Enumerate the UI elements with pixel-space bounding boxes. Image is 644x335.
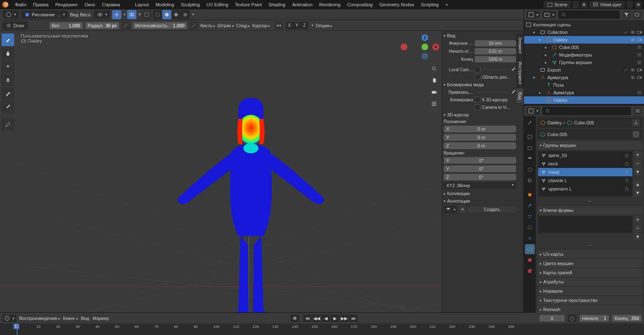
vertex-group-item[interactable]: Head [538, 168, 632, 176]
outliner-tree[interactable]: Коллекция сцены ▾Collection▾Oakley▸Cube.… [524, 20, 644, 105]
scene-selector[interactable]: Scene [544, 1, 571, 8]
renderregion-checkbox[interactable] [475, 74, 480, 80]
viewlayer-selector[interactable]: ViewLayer [589, 1, 625, 8]
outliner-scene-collection[interactable]: Коллекция сцены [524, 21, 644, 28]
viewport-visibility-dropdown[interactable]: ▾ [94, 10, 110, 19]
shading-solid[interactable] [162, 10, 171, 19]
tool-draw[interactable] [2, 34, 14, 46]
localcam-field[interactable] [482, 69, 509, 70]
proptab-render[interactable] [525, 132, 535, 142]
brush-preset-dropdown[interactable]: Draw [3, 21, 28, 30]
mesh-name-field[interactable]: Cube.005 [537, 129, 642, 139]
annotation-add-button[interactable]: + [459, 206, 466, 213]
menu-edit[interactable]: Правка [30, 0, 52, 9]
clipend-field[interactable]: 1000 m [475, 56, 516, 62]
vg-add-button[interactable]: + [634, 151, 641, 159]
proptab-material[interactable] [525, 255, 535, 265]
menu-window[interactable]: Окно [81, 0, 99, 9]
options-menu[interactable]: Опции▾ [316, 23, 332, 28]
cursor-y-field[interactable]: Y0 m [444, 134, 516, 141]
radius-pressure-toggle[interactable] [122, 21, 130, 30]
outliner-filter-button[interactable] [622, 10, 631, 19]
gizmo-center[interactable] [422, 44, 428, 50]
workspace-compositing[interactable]: Compositing [344, 0, 376, 9]
overlay-toggle[interactable] [127, 10, 136, 19]
gizmo-x[interactable]: X [432, 44, 439, 50]
proptab-output[interactable] [525, 143, 535, 153]
outliner-type-dropdown[interactable]: ▾ [526, 11, 540, 18]
delete-scene-button[interactable]: ✕ [581, 1, 588, 8]
workspace-rendering[interactable]: Rendering [316, 0, 344, 9]
cursor-rx-field[interactable]: X0° [444, 157, 516, 164]
next-key-button[interactable]: ▶▶ [340, 314, 348, 322]
mirror-x[interactable]: X [286, 22, 293, 29]
tool-average[interactable] [2, 60, 14, 73]
workspace-shading[interactable]: Shading [265, 0, 289, 9]
strength-field[interactable]: Интенсивность 1.000 [133, 22, 187, 29]
current-frame-field[interactable]: 0 [539, 315, 565, 322]
mode-dropdown[interactable]: Рисование … ▾ [21, 10, 68, 19]
uv-maps-header[interactable]: UV-карты [537, 250, 642, 258]
tool-annotate[interactable] [2, 118, 14, 131]
cursor-z-field[interactable]: Z0 m [444, 142, 516, 149]
shading-dropdown[interactable]: ▾ [192, 13, 194, 16]
brush-menu-stroke[interactable]: Штрих▾ [217, 23, 234, 28]
new-scene-button[interactable] [572, 1, 579, 8]
start-frame-field[interactable]: Начало1 [580, 315, 609, 322]
outliner-new-collection-button[interactable] [633, 10, 641, 19]
eye-icon[interactable] [630, 75, 636, 80]
new-viewlayer-button[interactable] [626, 1, 633, 8]
clipstart-field[interactable]: 0.01 m [475, 48, 516, 54]
proptab-scene[interactable] [525, 165, 535, 175]
autokey-toggle[interactable] [291, 314, 299, 322]
cursor-x-field[interactable]: X0 m [444, 126, 516, 132]
disclosure-triangle[interactable]: ▸ [545, 46, 550, 49]
workspace-animation[interactable]: Animation [289, 0, 316, 9]
mirror-y[interactable]: Y [293, 22, 301, 29]
tl-menu-keying[interactable]: Кеинг▾ [63, 316, 78, 321]
menu-help[interactable]: Справка [99, 0, 123, 9]
disclosure-triangle[interactable]: ▸ [545, 53, 550, 57]
strength-pressure-toggle[interactable] [189, 21, 198, 30]
workspace-sculpting[interactable]: Sculpting [178, 0, 203, 9]
play-button[interactable]: ▶ [331, 314, 339, 322]
camera-button[interactable] [429, 87, 439, 97]
prev-key-button[interactable]: ◀◀ [312, 314, 321, 322]
vg-specials-button[interactable]: ▾ [634, 168, 641, 175]
workspace-modeling[interactable]: Modeling [152, 0, 178, 9]
vp-menu-view[interactable]: Вид [70, 12, 78, 17]
annotation-layer-dropdown[interactable]: ▾ [444, 206, 457, 213]
outliner-row[interactable]: ▾Oakley [524, 36, 644, 44]
sk-specials-button[interactable]: ▾ [634, 233, 641, 240]
use-preview-range[interactable] [568, 314, 576, 322]
perspective-button[interactable] [429, 99, 439, 109]
disclosure-triangle[interactable]: ▾ [533, 31, 538, 34]
cursor-ry-field[interactable]: Y0° [444, 165, 516, 172]
check-icon[interactable] [623, 29, 629, 35]
sk-remove-button[interactable]: − [634, 224, 641, 232]
disclosure-triangle[interactable]: ▾ [533, 76, 538, 80]
render-icon[interactable] [636, 67, 642, 73]
outliner-row[interactable]: Oakley [524, 96, 644, 104]
properties-type-dropdown[interactable]: ▾ [526, 107, 540, 115]
vg-list-grip[interactable]: ⋯ [537, 198, 642, 205]
gizmo-x-neg[interactable] [401, 44, 407, 50]
lock-cursor-checkbox[interactable] [475, 97, 480, 103]
disclosure-triangle[interactable]: ▸ [539, 91, 544, 95]
vertex-groups-header[interactable]: Группы вершин [537, 141, 642, 149]
eye-icon[interactable] [630, 37, 636, 43]
lock-icon[interactable] [624, 186, 630, 192]
render-icon[interactable] [636, 29, 642, 35]
properties-breadcrumb[interactable]: Oakley › Cube.005 [537, 118, 642, 128]
delete-viewlayer-button[interactable]: ✕ [635, 1, 641, 8]
vertex-groups-list[interactable]: spine_03neckHeadclavicle Lupperarm L [538, 151, 632, 196]
gizmo-dropdown[interactable]: ▾ [124, 13, 125, 16]
brush-menu-falloff[interactable]: Спад▾ [236, 23, 250, 28]
add-workspace-button[interactable]: + [442, 0, 451, 9]
vg-movedown-button[interactable]: ▾ [634, 189, 641, 196]
xray-toggle[interactable] [142, 10, 151, 19]
vertex-colors-header[interactable]: Цвета вершин [537, 259, 642, 268]
menu-file[interactable]: Файл [12, 0, 30, 9]
sk-list-grip[interactable]: ⋯ [537, 242, 642, 249]
end-frame-field[interactable]: Конец250 [612, 315, 641, 322]
